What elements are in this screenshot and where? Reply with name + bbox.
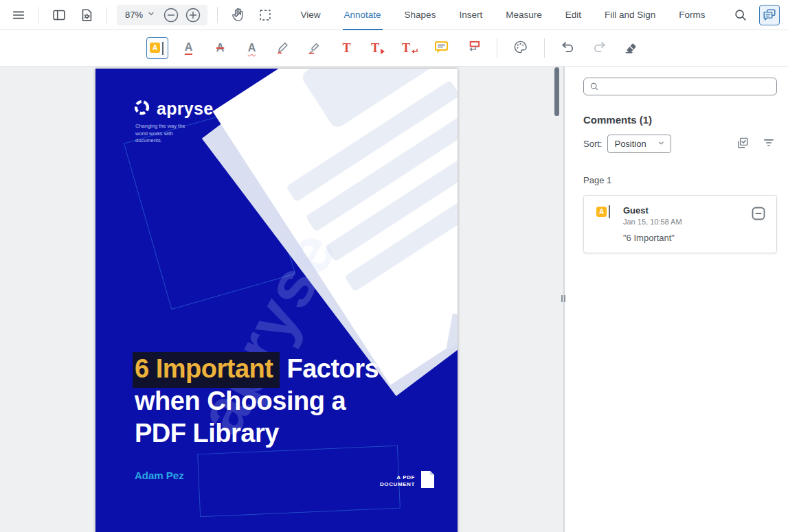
top-toolbar-right-group — [730, 5, 780, 25]
highlight-annotation-icon: A — [596, 205, 611, 218]
marker-icon — [307, 39, 323, 57]
undo-button[interactable] — [557, 37, 579, 59]
comment-state-button[interactable] — [750, 205, 767, 224]
tagline-line: Changing the way the — [135, 123, 185, 130]
apryse-logo-mark-icon — [133, 99, 150, 119]
comment-state-icon — [750, 213, 767, 224]
tab-insert[interactable]: Insert — [458, 0, 484, 30]
document-viewer: apryse apryse Changing the way the world… — [0, 67, 563, 532]
zoom-level-dropdown[interactable]: 87% — [121, 5, 159, 25]
highlight-icon: A — [150, 42, 164, 55]
tagline-line: documents. — [135, 137, 185, 145]
comments-panel: Comments (1) Sort: Position Page 1 — [565, 67, 788, 532]
comment-quote: "6 Important" — [623, 233, 767, 243]
free-text-tool-button[interactable]: T — [336, 37, 358, 59]
tab-measure[interactable]: Measure — [504, 0, 543, 30]
tab-fill-and-sign[interactable]: Fill and Sign — [603, 0, 657, 30]
apryse-logo-text: apryse — [157, 99, 213, 119]
search-icon — [733, 8, 748, 23]
tab-label: Forms — [679, 10, 705, 20]
document-title: 6 Important Factors when Choosing a PDF … — [135, 353, 379, 450]
tab-label: Edit — [565, 10, 581, 20]
pdf-page-1[interactable]: apryse apryse Changing the way the world… — [95, 69, 458, 532]
sort-dropdown[interactable]: Position — [607, 135, 671, 153]
tab-shapes[interactable]: Shapes — [403, 0, 438, 30]
title-text: Factors — [280, 354, 379, 383]
annotate-tools-toolbar: A A A A T T T — [0, 30, 788, 67]
tab-view[interactable]: View — [300, 0, 322, 30]
title-line-3: PDF Library — [135, 417, 379, 450]
filter-icon — [762, 136, 776, 152]
marquee-select-button[interactable] — [255, 5, 275, 25]
title-line-2: when Choosing a — [135, 385, 379, 417]
document-gear-icon — [79, 8, 94, 23]
style-palette-button[interactable] — [510, 37, 532, 59]
tab-label: Measure — [506, 10, 542, 20]
tab-label: Shapes — [405, 10, 436, 20]
tab-edit[interactable]: Edit — [564, 0, 583, 30]
insert-text-arrow-icon — [380, 49, 385, 54]
tab-label: Insert — [459, 10, 482, 20]
strikeout-icon: A — [216, 43, 225, 54]
callout-tool-button[interactable] — [462, 37, 484, 59]
tagline-line: world works with — [135, 130, 185, 138]
left-panel-toggle-button[interactable] — [49, 5, 69, 25]
filter-button[interactable] — [761, 136, 777, 152]
page-controls-button[interactable] — [76, 5, 97, 25]
resize-grip-icon[interactable] — [561, 295, 565, 302]
strikeout-tool-button[interactable]: A — [210, 37, 232, 59]
chevron-down-icon — [657, 139, 665, 149]
zoom-out-button[interactable] — [161, 5, 181, 25]
tab-label: Annotate — [344, 10, 381, 20]
apryse-tagline: Changing the way the world works with do… — [135, 123, 185, 145]
squiggly-tool-button[interactable]: A — [241, 37, 263, 59]
main-menu-button[interactable] — [8, 5, 29, 25]
viewer-scrollbar-thumb[interactable] — [554, 67, 559, 116]
comments-panel-toggle-button[interactable] — [759, 5, 780, 25]
pencil-icon — [275, 39, 291, 57]
divider — [544, 38, 545, 58]
panel-resize-splitter[interactable] — [563, 67, 565, 532]
tab-forms[interactable]: Forms — [677, 0, 706, 30]
highlight-annotation[interactable]: 6 Important — [133, 352, 280, 388]
freehand-tool-button[interactable] — [273, 37, 295, 59]
divider — [497, 38, 497, 58]
ribbon-tabs: View Annotate Shapes Insert Measure Edit… — [300, 0, 707, 30]
main-area: apryse apryse Changing the way the world… — [0, 67, 788, 532]
replace-text-arrow-icon — [411, 48, 418, 55]
comments-search-input[interactable] — [583, 78, 777, 95]
redo-button[interactable] — [589, 37, 611, 59]
multi-select-button[interactable] — [734, 136, 751, 152]
divider — [38, 7, 39, 23]
comment-author: Guest — [623, 205, 682, 216]
eraser-button[interactable] — [620, 37, 642, 59]
divider — [106, 7, 107, 23]
insert-text-tool-button[interactable]: T — [368, 37, 390, 59]
freehand-highlight-tool-button[interactable] — [304, 37, 326, 59]
hamburger-icon — [11, 8, 26, 23]
replace-text-tool-button[interactable]: T — [399, 37, 421, 59]
top-toolbar-left-group: 87% — [8, 5, 275, 25]
pan-tool-button[interactable] — [227, 5, 248, 25]
tab-annotate[interactable]: Annotate — [343, 0, 383, 30]
comments-header: Comments (1) — [583, 114, 777, 126]
comment-meta: Guest Jan 15, 10:58 AM — [623, 205, 682, 226]
tab-label: Fill and Sign — [605, 10, 655, 20]
highlight-icon-letter: A — [596, 207, 607, 217]
comment-card[interactable]: A Guest Jan 15, 10:58 AM "6 Important" — [583, 195, 777, 253]
search-button[interactable] — [730, 5, 751, 25]
apryse-logo: apryse — [133, 99, 213, 119]
minus-circle-icon — [163, 7, 179, 23]
replace-text-icon: T — [402, 42, 410, 54]
sticky-note-icon — [434, 39, 449, 57]
zoom-level-value: 87% — [125, 10, 143, 20]
document-page-icon — [420, 470, 436, 491]
tab-label: View — [301, 10, 321, 20]
plus-circle-icon — [185, 7, 201, 23]
zoom-in-button[interactable] — [183, 5, 203, 25]
underline-tool-button[interactable]: A — [178, 37, 200, 59]
highlight-tool-button[interactable]: A — [146, 37, 168, 59]
chevron-down-icon — [147, 10, 155, 20]
sticky-note-tool-button[interactable] — [431, 37, 453, 59]
undo-icon — [560, 39, 576, 57]
